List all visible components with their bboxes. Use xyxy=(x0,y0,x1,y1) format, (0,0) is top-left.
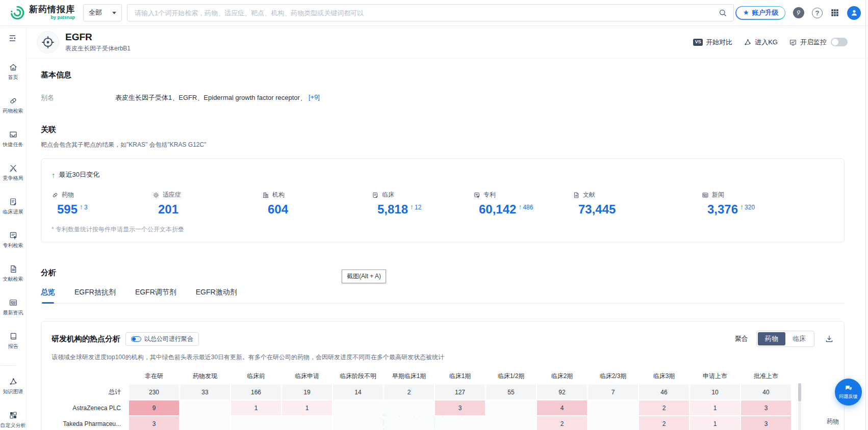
table-scrollbar[interactable] xyxy=(798,383,801,430)
stat-drug: 药物595↑3 xyxy=(52,191,152,216)
literature-icon xyxy=(9,264,18,274)
sidebar-item-custom-analysis[interactable]: 自定义分析 xyxy=(1,411,26,429)
column-header: 临床前 xyxy=(231,369,281,384)
monitor-toggle[interactable] xyxy=(831,38,848,46)
org-heatmap-table: 非在研药物发现临床前临床申请临床阶段不明早期临床1期临床1期临床1/2期临床2期… xyxy=(52,368,792,430)
monitor-button[interactable]: 开启监控 xyxy=(789,38,848,47)
stat-value-link[interactable]: 60,142↑486 xyxy=(473,203,573,216)
brand-logo[interactable]: 新药情报库 by patsnap xyxy=(9,5,75,21)
stat-delta: ↑486 xyxy=(518,203,533,211)
news-icon xyxy=(9,298,18,307)
heat-cell: 1 xyxy=(282,400,332,415)
aggregate-segmented-control: 药物临床 xyxy=(756,331,814,347)
upgrade-button[interactable]: 账户升级 xyxy=(735,6,785,20)
total-cell: 14 xyxy=(333,385,383,399)
segment-clinical[interactable]: 临床 xyxy=(785,332,813,345)
sidebar-item-competition[interactable]: 竞争格局 xyxy=(1,164,26,182)
total-cell: 19 xyxy=(282,385,332,399)
feedback-button[interactable]: 问题反馈 xyxy=(835,379,862,406)
tab-antagonist[interactable]: EGFR拮抗剂 xyxy=(74,288,116,303)
search-scope-select[interactable]: 全部 xyxy=(83,4,122,21)
up-arrow-icon: ↑ xyxy=(80,203,83,210)
page-title: EGFR xyxy=(65,32,131,43)
stat-value-link[interactable]: 604 xyxy=(262,203,372,216)
alias-more-link[interactable]: [+9] xyxy=(309,93,320,102)
org-name-cell[interactable]: Takeda Pharmaceu... xyxy=(53,416,128,430)
sidebar-item-drug-search[interactable]: 药物检索 xyxy=(1,96,26,115)
download-icon[interactable] xyxy=(825,334,834,343)
sidebar-item-patent-search[interactable]: 专利检索 xyxy=(1,231,26,249)
relation-stats-card: ↑ 最近30日变化 药物595↑3适应症201机构604临床5,818↑12专利… xyxy=(41,158,845,243)
stat-value-link[interactable]: 201 xyxy=(152,203,262,216)
apps-grid-icon[interactable] xyxy=(830,8,839,17)
stat-news: 新闻3,376↑320 xyxy=(702,191,834,216)
stat-label: 机构 xyxy=(262,191,372,199)
patent-footnote: * 专利数量统计按每件申请显示一个公开文本折叠 xyxy=(52,225,834,234)
sidebar-item-report[interactable]: 报告 xyxy=(1,332,26,350)
sidebar-item-clinical-progress[interactable]: 临床进展 xyxy=(1,197,26,216)
stat-value-link[interactable]: 5,818↑12 xyxy=(372,203,473,216)
stat-value-link[interactable]: 595↑3 xyxy=(52,203,152,216)
sidebar-item-quick-tasks[interactable]: 快捷任务 xyxy=(1,130,26,148)
sidebar-item-knowledge-graph[interactable]: 知识图谱 xyxy=(1,377,26,395)
stat-value-link[interactable]: 3,376↑320 xyxy=(702,203,834,216)
star-icon xyxy=(743,9,750,16)
org-name-cell[interactable]: AstraZeneca PLC xyxy=(53,400,128,415)
swords-icon xyxy=(9,164,18,173)
total-cell: 127 xyxy=(435,385,485,399)
sidebar-divider xyxy=(1,365,16,366)
table-scrollbar-thumb[interactable] xyxy=(798,383,801,401)
help-icon[interactable]: ? xyxy=(812,8,823,18)
sidebar-item-label: 报告 xyxy=(8,343,18,350)
stat-label: 适应症 xyxy=(152,191,262,199)
column-header: 申请上市 xyxy=(690,369,740,384)
heat-cell: 2 xyxy=(537,416,587,430)
sidebar-item-news[interactable]: 最新资讯 xyxy=(1,298,26,316)
topbar: 新药情报库 by patsnap 全部 账户升级 ? xyxy=(0,0,868,26)
search-box xyxy=(127,4,734,21)
stat-delta: ↑320 xyxy=(740,203,755,211)
sidebar-item-home[interactable]: 首页 xyxy=(1,63,26,81)
sidebar: 首页药物检索快捷任务竞争格局临床进展专利检索文献检索最新资讯报告知识图谱自定义分… xyxy=(0,26,27,430)
stat-label-text: 药物 xyxy=(62,191,74,199)
tab-agonist[interactable]: EGFR激动剂 xyxy=(196,288,237,303)
enter-kg-button[interactable]: 进入KG xyxy=(744,38,778,47)
total-row-label: 总计 xyxy=(53,385,128,399)
heat-cell: 4 xyxy=(537,400,587,415)
stat-delta-number: 12 xyxy=(415,204,421,211)
column-header: 临床3期 xyxy=(639,369,689,384)
column-header: 临床1/2期 xyxy=(486,369,536,384)
segment-drug[interactable]: 药物 xyxy=(758,332,785,345)
heat-cell xyxy=(435,416,485,430)
relation-heading: 关联 xyxy=(41,125,845,135)
column-header: 批准上市 xyxy=(741,369,791,384)
monitor-icon xyxy=(789,38,797,46)
home-icon xyxy=(9,63,18,72)
patsnap-link-icon[interactable] xyxy=(793,7,804,18)
user-avatar[interactable] xyxy=(847,6,861,20)
heat-cell: 3 xyxy=(741,400,791,415)
column-header: 非在研 xyxy=(129,369,179,384)
stat-indication: 适应症201 xyxy=(152,191,262,216)
enter-kg-label: 进入KG xyxy=(755,38,778,47)
tab-modulator[interactable]: EGFR调节剂 xyxy=(135,288,176,303)
sidebar-expand-button[interactable] xyxy=(8,33,18,43)
heat-cell xyxy=(384,400,434,415)
heat-cell xyxy=(180,416,230,430)
up-arrow-icon: ↑ xyxy=(740,203,744,210)
stat-label-text: 新闻 xyxy=(712,191,724,199)
vs-icon: VS xyxy=(693,39,703,46)
sidebar-item-literature-search[interactable]: 文献检索 xyxy=(1,264,26,283)
mini-toggle-icon xyxy=(131,336,141,342)
compare-button[interactable]: VS 开始对比 xyxy=(693,38,732,47)
search-input[interactable] xyxy=(134,9,718,17)
table-total-row: 总计230331661914212755927461040 xyxy=(53,385,791,399)
tab-overview[interactable]: 总览 xyxy=(41,288,55,303)
stat-value-link[interactable]: 73,445 xyxy=(573,203,702,216)
brand-byline: by patsnap xyxy=(29,15,75,20)
stat-number: 60,142 xyxy=(479,203,516,216)
stat-delta-number: 486 xyxy=(523,204,533,211)
aggregate-by-parent-toggle[interactable]: 以总公司进行聚合 xyxy=(125,332,199,346)
patent-icon xyxy=(473,192,480,199)
search-icon[interactable] xyxy=(718,8,727,17)
